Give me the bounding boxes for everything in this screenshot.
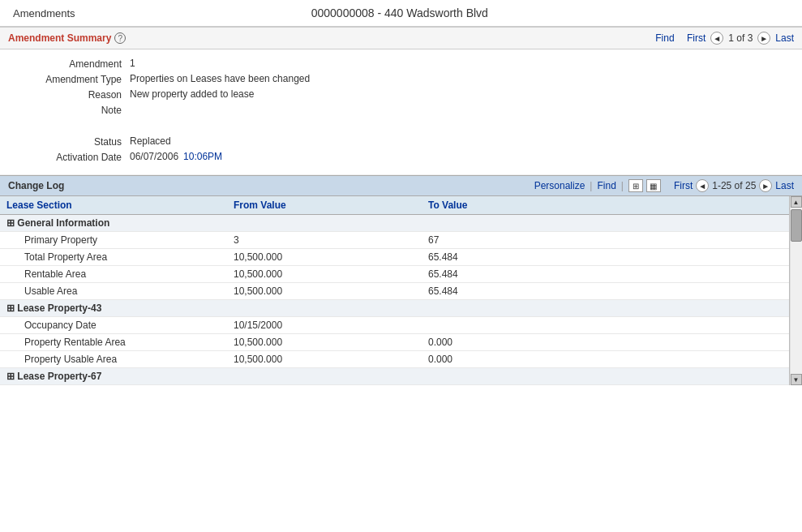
amendment-nav: Find First ◄ 1 of 3 ► Last	[655, 32, 794, 45]
lease-section-cell: Property Rentable Area	[0, 334, 227, 351]
from-value-cell: 10/15/2000	[227, 317, 422, 334]
lease-section-cell: Total Property Area	[0, 249, 227, 266]
lease-section-cell: Occupancy Date	[0, 317, 227, 334]
changelog-data-row: Total Property Area10,500.00065.484	[0, 249, 789, 266]
next-nav-btn[interactable]: ►	[757, 32, 770, 45]
amendment-summary-header: Amendment Summary ? Find First ◄ 1 of 3 …	[0, 27, 802, 49]
changelog-table: Lease Section From Value To Value ⊞ Gene…	[0, 196, 789, 385]
amendments-title: Amendments	[13, 7, 75, 19]
to-value-cell: 65.484	[422, 283, 789, 300]
amendment-row: Amendment 1	[16, 58, 786, 70]
first-nav-link[interactable]: First	[687, 32, 706, 44]
note-row: Note	[16, 104, 786, 116]
changelog-data-row: Property Usable Area10,500.0000.000	[0, 351, 789, 368]
from-value-cell: 3	[227, 232, 422, 249]
find-link[interactable]: Find	[655, 32, 674, 44]
activation-date-row: Activation Date 06/07/2006 10:06PM	[16, 151, 786, 163]
to-value-cell: 0.000	[422, 351, 789, 368]
changelog-group-row: ⊞ Lease Property-43	[0, 300, 789, 317]
group-cell: ⊞ Lease Property-67	[0, 368, 789, 385]
personalize-link[interactable]: Personalize	[534, 180, 585, 191]
to-value-cell: 65.484	[422, 266, 789, 283]
changelog-data-row: Property Rentable Area10,500.0000.000	[0, 334, 789, 351]
changelog-data-row: Rentable Area10,500.00065.484	[0, 266, 789, 283]
changelog-group-row: ⊞ General Information	[0, 215, 789, 232]
scroll-track	[791, 208, 802, 374]
note-label: Note	[16, 104, 130, 116]
changelog-nav: Personalize | Find | ⊞ ▦ First ◄ 1-25 of…	[534, 179, 794, 192]
changelog-data-row: Occupancy Date10/15/2000	[0, 317, 789, 334]
lease-section-cell: Rentable Area	[0, 266, 227, 283]
amendment-summary-title: Amendment Summary	[8, 32, 111, 44]
table-icon-2[interactable]: ▦	[646, 179, 661, 192]
from-value-cell: 10,500.000	[227, 283, 422, 300]
scroll-thumb[interactable]	[791, 209, 802, 242]
amendment-label: Amendment	[16, 58, 130, 70]
changelog-section: Change Log Personalize | Find | ⊞ ▦ Firs…	[0, 175, 802, 385]
to-value-cell	[422, 317, 789, 334]
status-row: Status Replaced	[16, 135, 786, 148]
to-value-cell: 67	[422, 232, 789, 249]
expand-toggle[interactable]: ⊞ Lease Property-67	[6, 371, 101, 382]
activation-date-value: 06/07/2006	[130, 151, 178, 162]
group-cell: ⊞ General Information	[0, 215, 789, 232]
changelog-find-link[interactable]: Find	[597, 180, 615, 191]
amendment-type-value: Properties on Leases have been changed	[130, 73, 310, 84]
col-lease-section: Lease Section	[0, 196, 227, 215]
changelog-next-btn[interactable]: ►	[759, 179, 772, 192]
from-value-cell: 10,500.000	[227, 351, 422, 368]
to-value-cell: 0.000	[422, 334, 789, 351]
status-label: Status	[16, 135, 130, 148]
page-title: 0000000008 - 440 Wadsworth Blvd	[75, 6, 724, 19]
table-icon-1[interactable]: ⊞	[628, 179, 643, 192]
reason-value: New property added to lease	[130, 88, 254, 100]
last-nav-link[interactable]: Last	[775, 32, 794, 44]
nav-spacer	[680, 32, 682, 44]
from-value-cell: 10,500.000	[227, 266, 422, 283]
changelog-data-row: Primary Property367	[0, 232, 789, 249]
changelog-last-link[interactable]: Last	[775, 180, 794, 191]
group-cell: ⊞ Lease Property-43	[0, 300, 789, 317]
changelog-table-scroll: Lease Section From Value To Value ⊞ Gene…	[0, 196, 789, 385]
changelog-table-container: Lease Section From Value To Value ⊞ Gene…	[0, 196, 802, 385]
changelog-title: Change Log	[8, 180, 64, 191]
expand-toggle[interactable]: ⊞ Lease Property-43	[6, 302, 101, 314]
expand-toggle[interactable]: ⊞ General Information	[6, 217, 109, 229]
changelog-header-row: Lease Section From Value To Value	[0, 196, 789, 215]
page-info: 1 of 3	[728, 32, 753, 44]
reason-label: Reason	[16, 88, 130, 101]
top-header: Amendments 0000000008 - 440 Wadsworth Bl…	[0, 0, 802, 27]
amendment-type-row: Amendment Type Properties on Leases have…	[16, 73, 786, 85]
activation-date-label: Activation Date	[16, 151, 130, 163]
amendment-form: Amendment 1 Amendment Type Properties on…	[0, 49, 802, 175]
to-value-cell: 65.484	[422, 249, 789, 266]
status-value: Replaced	[130, 135, 171, 147]
col-from-value: From Value	[227, 196, 422, 215]
scroll-up-btn[interactable]: ▲	[791, 196, 802, 208]
changelog-prev-btn[interactable]: ◄	[696, 179, 709, 192]
help-icon[interactable]: ?	[114, 32, 126, 44]
from-value-cell: 10,500.000	[227, 249, 422, 266]
reason-row: Reason New property added to lease	[16, 88, 786, 101]
scroll-down-btn[interactable]: ▼	[791, 374, 802, 385]
lease-section-cell: Primary Property	[0, 232, 227, 249]
changelog-first-link[interactable]: First	[674, 180, 693, 191]
lease-section-cell: Usable Area	[0, 283, 227, 300]
amendment-type-label: Amendment Type	[16, 73, 130, 85]
lease-section-cell: Property Usable Area	[0, 351, 227, 368]
scrollbar[interactable]: ▲ ▼	[789, 196, 802, 385]
prev-nav-btn[interactable]: ◄	[710, 32, 723, 45]
changelog-page-info: 1-25 of 25	[712, 180, 756, 191]
col-to-value: To Value	[422, 196, 789, 215]
activation-time-value: 10:06PM	[183, 151, 222, 162]
from-value-cell: 10,500.000	[227, 334, 422, 351]
amendment-value: 1	[130, 58, 135, 69]
changelog-header: Change Log Personalize | Find | ⊞ ▦ Firs…	[0, 175, 802, 196]
changelog-group-row: ⊞ Lease Property-67	[0, 368, 789, 385]
changelog-data-row: Usable Area10,500.00065.484	[0, 283, 789, 300]
